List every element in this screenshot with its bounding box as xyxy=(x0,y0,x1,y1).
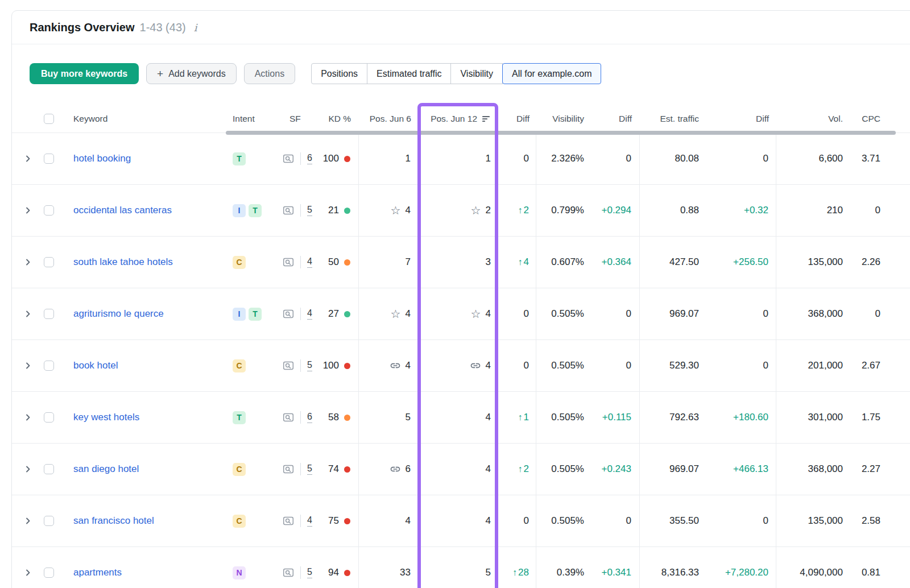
pos-jun6-cell: 6 xyxy=(359,444,420,495)
visibility-diff-value: 0 xyxy=(595,340,640,391)
sf-count-link[interactable]: 6 xyxy=(307,153,312,164)
keyword-link[interactable]: key west hotels xyxy=(73,412,139,423)
actions-button[interactable]: Actions xyxy=(244,63,295,84)
keyword-link[interactable]: apartments xyxy=(73,567,122,578)
column-header-sf[interactable]: SF xyxy=(274,105,318,132)
keyword-link[interactable]: hotel booking xyxy=(73,153,131,164)
position-value: 6 xyxy=(406,463,411,475)
tab-all-for-example-com[interactable]: All for example.com xyxy=(502,63,602,84)
sf-count-link[interactable]: 4 xyxy=(307,515,312,526)
cpc-value: 2.58 xyxy=(845,495,883,546)
table-row: agriturismo le querce IT 4 27 ☆4 ☆4 0 0.… xyxy=(12,288,910,340)
column-header-diff-1[interactable]: Diff xyxy=(500,105,536,132)
expand-chevron-icon[interactable] xyxy=(23,206,32,215)
row-checkbox[interactable] xyxy=(44,154,54,164)
horizontal-scrollbar[interactable] xyxy=(226,131,896,135)
keyword-link[interactable]: book hotel xyxy=(73,360,118,371)
expand-chevron-icon[interactable] xyxy=(23,516,32,525)
column-header-diff-3[interactable]: Diff xyxy=(704,105,776,132)
pos-jun6-cell: 4 xyxy=(359,495,420,546)
row-checkbox[interactable] xyxy=(44,257,54,267)
column-header-pos-jun6[interactable]: Pos. Jun 6 xyxy=(359,105,420,132)
cpc-value: 1.75 xyxy=(845,392,883,443)
row-checkbox[interactable] xyxy=(44,568,54,578)
vertical-divider xyxy=(300,256,301,268)
column-header-diff-2[interactable]: Diff xyxy=(595,105,640,132)
est-traffic-value: 969.07 xyxy=(640,444,704,495)
keyword-link[interactable]: san francisco hotel xyxy=(73,515,154,527)
column-header-est-traffic[interactable]: Est. traffic xyxy=(640,105,704,132)
intent-badge-T: T xyxy=(233,411,246,424)
kd-value: 50 xyxy=(328,256,339,268)
plus-icon: + xyxy=(157,68,163,80)
expand-chevron-icon[interactable] xyxy=(23,309,32,318)
expand-chevron-icon[interactable] xyxy=(23,361,32,370)
intent-badges: C xyxy=(226,340,274,391)
sort-descending-icon xyxy=(482,114,491,123)
row-checkbox[interactable] xyxy=(44,412,54,423)
diff-value: 4 xyxy=(524,256,529,268)
keyword-link[interactable]: agriturismo le querce xyxy=(73,308,164,320)
pos-jun12-cell: 4 xyxy=(420,495,500,546)
column-header-visibility[interactable]: Visibility xyxy=(536,105,595,132)
keyword-link[interactable]: south lake tahoe hotels xyxy=(73,256,173,268)
row-checkbox[interactable] xyxy=(44,464,54,474)
rankings-overview-card: Rankings Overview 1-43 (43) i Buy more k… xyxy=(11,10,910,588)
info-icon[interactable]: i xyxy=(194,22,197,34)
column-header-cpc[interactable]: CPC xyxy=(845,105,883,132)
column-header-pos-jun12[interactable]: Pos. Jun 12 xyxy=(420,105,500,132)
pos-jun12-cell: 1 xyxy=(420,133,500,184)
visibility-value: 0.607% xyxy=(536,237,595,288)
row-checkbox[interactable] xyxy=(44,361,54,371)
sf-count-link[interactable]: 4 xyxy=(307,256,312,267)
intent-badge-N: N xyxy=(233,566,246,579)
position-value: 1 xyxy=(486,153,491,164)
pos-jun12-cell: 5 xyxy=(420,547,500,588)
pos-jun6-cell: 7 xyxy=(359,237,420,288)
column-header-intent[interactable]: Intent xyxy=(226,105,274,132)
add-keywords-button[interactable]: +Add keywords xyxy=(146,63,237,84)
card-header: Rankings Overview 1-43 (43) i xyxy=(12,11,910,44)
diff-value: 28 xyxy=(518,567,529,578)
kd-dot xyxy=(344,466,350,473)
sf-count-link[interactable]: 5 xyxy=(307,205,312,216)
tab-visibility[interactable]: Visibility xyxy=(450,63,503,84)
kd-dot xyxy=(344,518,350,524)
cpc-value: 0 xyxy=(845,288,883,339)
star-icon: ☆ xyxy=(471,308,481,320)
cpc-value: 2.67 xyxy=(845,340,883,391)
sf-count-link[interactable]: 5 xyxy=(307,463,312,474)
expand-chevron-icon[interactable] xyxy=(23,413,32,422)
sf-count-link[interactable]: 5 xyxy=(307,567,312,578)
buy-more-keywords-button[interactable]: Buy more keywords xyxy=(30,63,139,84)
select-all-checkbox[interactable] xyxy=(44,114,54,124)
visibility-diff-value: 0 xyxy=(595,133,640,184)
column-header-kd[interactable]: KD % xyxy=(318,105,359,132)
sf-count-link[interactable]: 5 xyxy=(307,360,312,371)
expand-chevron-icon[interactable] xyxy=(23,154,32,163)
keyword-link[interactable]: occidental las canteras xyxy=(73,205,172,216)
column-header-volume[interactable]: Vol. xyxy=(776,105,845,132)
row-checkbox[interactable] xyxy=(44,309,54,319)
tab-positions[interactable]: Positions xyxy=(311,63,367,84)
row-checkbox[interactable] xyxy=(44,205,54,216)
sf-count-link[interactable]: 6 xyxy=(307,412,312,423)
tab-estimated-traffic[interactable]: Estimated traffic xyxy=(367,63,451,84)
expand-chevron-icon[interactable] xyxy=(23,465,32,474)
intent-badges: C xyxy=(226,495,274,546)
visibility-diff-value: +0.294 xyxy=(595,185,640,236)
volume-value: 210 xyxy=(776,185,845,236)
position-value: 4 xyxy=(486,515,491,527)
row-checkbox[interactable] xyxy=(44,516,54,526)
sf-count-link[interactable]: 4 xyxy=(307,308,312,319)
vertical-divider xyxy=(300,308,301,320)
expand-chevron-icon[interactable] xyxy=(23,258,32,267)
column-header-keyword[interactable]: Keyword xyxy=(63,105,226,132)
position-value: 4 xyxy=(406,515,411,527)
intent-badge-C: C xyxy=(233,463,246,476)
cpc-value: 2.26 xyxy=(845,237,883,288)
table-row: occidental las canteras IT 5 21 ☆4 ☆2 ↑2… xyxy=(12,185,910,237)
diff-value: 0 xyxy=(524,515,529,527)
expand-chevron-icon[interactable] xyxy=(23,568,32,577)
keyword-link[interactable]: san diego hotel xyxy=(73,463,139,475)
